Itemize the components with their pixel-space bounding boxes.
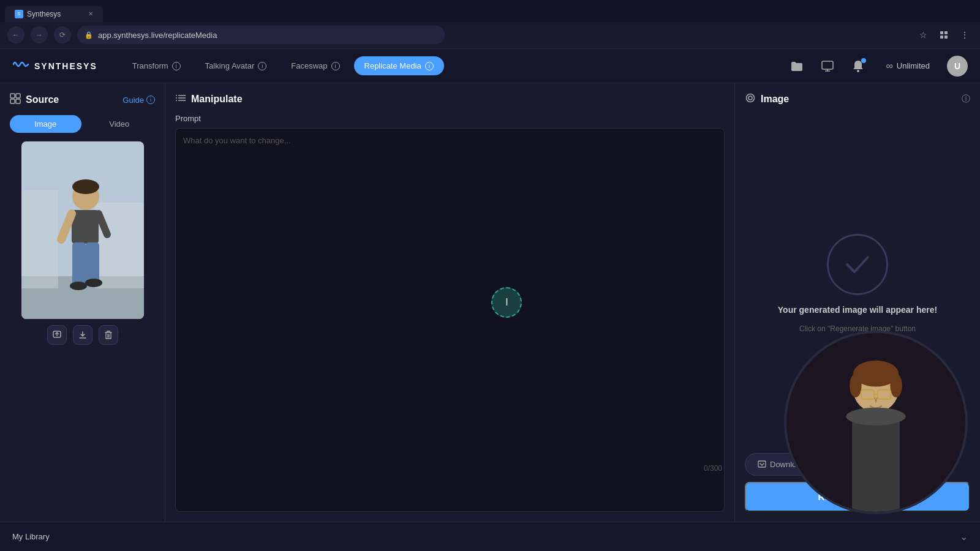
prompt-placeholder: What do you want to change... [183, 136, 291, 145]
source-image-container [10, 141, 155, 512]
svg-rect-8 [10, 94, 15, 98]
svg-point-7 [857, 70, 859, 72]
menu-icon[interactable]: ⋮ [957, 27, 973, 43]
source-panel-title: Source [26, 94, 59, 105]
prompt-label: Prompt [175, 114, 725, 123]
logo-text: SYNTHESYS [34, 61, 97, 71]
bookmark-icon[interactable]: ☆ [915, 27, 931, 43]
image-panel-header: Image ⓘ [745, 93, 970, 105]
tab-talking-avatar[interactable]: Talking Avatar i [195, 56, 277, 75]
tab-close-button[interactable]: ✕ [88, 10, 93, 17]
unlimited-icon: ∞ [886, 61, 892, 72]
svg-point-24 [85, 279, 102, 287]
transform-info-icon: i [172, 62, 181, 70]
app-header: SYNTHESYS Transform i Talking Avatar i F… [0, 49, 980, 83]
notification-badge [861, 58, 866, 63]
browser-chrome: S Synthesys ✕ ← → ⟳ 🔒 app.synthesys.live… [0, 0, 980, 49]
forward-button[interactable]: → [31, 26, 48, 43]
svg-rect-45 [852, 412, 900, 512]
guide-info-icon: i [146, 96, 155, 104]
source-tab-image[interactable]: Image [10, 115, 81, 133]
faceswap-info-icon: i [331, 62, 340, 70]
svg-rect-1 [944, 31, 948, 34]
svg-point-17 [72, 179, 99, 194]
source-type-tabs: Image Video [10, 115, 155, 133]
svg-rect-22 [86, 242, 99, 282]
back-button[interactable]: ← [7, 26, 24, 43]
unlimited-button[interactable]: ∞ Unlimited [878, 57, 937, 75]
guide-label: Guide [123, 96, 144, 105]
source-image [21, 141, 144, 319]
svg-rect-4 [822, 61, 833, 69]
guide-button[interactable]: Guide i [123, 96, 155, 105]
source-panel-header: Source Guide i [10, 93, 155, 107]
talking-avatar-info-icon: i [258, 62, 266, 70]
svg-rect-0 [940, 31, 943, 34]
source-panel: Source Guide i Image Video [0, 83, 165, 522]
checkmark-circle [827, 234, 888, 295]
svg-rect-21 [72, 242, 86, 285]
delete-button[interactable] [99, 325, 118, 345]
address-bar[interactable]: 🔒 app.synthesys.live/replicateMedia [77, 26, 445, 44]
upload-button[interactable] [47, 325, 67, 345]
svg-point-34 [748, 96, 752, 100]
active-browser-tab[interactable]: S Synthesys ✕ [5, 6, 103, 22]
tab-transform[interactable]: Transform i [122, 56, 191, 75]
user-avatar[interactable]: U [947, 56, 968, 77]
tab-favicon: S [15, 10, 23, 18]
manipulate-title: Manipulate [191, 94, 243, 105]
notification-icon-button[interactable] [848, 56, 869, 77]
my-library-label: My Library [12, 532, 50, 541]
unlimited-label: Unlimited [897, 61, 930, 70]
svg-rect-9 [16, 94, 20, 98]
tab-faceswap[interactable]: Faceswap i [281, 56, 350, 75]
image-panel-title: Image [761, 94, 789, 105]
placeholder-title: Your generated image will appear here! [778, 305, 937, 315]
manipulate-panel: Manipulate Prompt What do you want to ch… [165, 83, 735, 522]
svg-point-41 [890, 373, 902, 397]
tab-replicate-media[interactable]: Replicate Media i [354, 56, 444, 75]
folder-icon-button[interactable] [786, 56, 807, 77]
monitor-icon-button[interactable] [817, 56, 838, 77]
logo-icon [12, 57, 29, 75]
svg-rect-11 [16, 99, 20, 103]
svg-rect-3 [944, 36, 948, 39]
source-tab-video[interactable]: Video [84, 115, 156, 133]
webcam-feed [786, 333, 965, 512]
header-right: ∞ Unlimited U [786, 56, 968, 77]
prompt-counter: 0/300 [704, 464, 722, 473]
nav-tabs: Transform i Talking Avatar i Faceswap i … [122, 56, 444, 75]
source-panel-icon [10, 93, 21, 107]
lock-icon: 🔒 [85, 31, 93, 39]
image-controls [47, 325, 118, 345]
webcam-overlay [784, 331, 968, 514]
prompt-textarea[interactable]: What do you want to change... [175, 128, 725, 512]
image-panel-icon [745, 93, 756, 105]
download-source-button[interactable] [73, 325, 92, 345]
svg-rect-2 [940, 36, 943, 39]
replicate-media-info-icon: i [425, 62, 434, 70]
svg-rect-14 [21, 190, 58, 288]
library-toggle-button[interactable]: ⌄ [960, 531, 968, 542]
svg-rect-36 [758, 461, 766, 467]
svg-point-23 [70, 282, 87, 290]
manipulate-header: Manipulate [175, 93, 725, 105]
tab-label: Synthesys [27, 10, 61, 18]
bottom-bar: My Library ⌄ [0, 522, 980, 551]
browser-tab-strip: S Synthesys ✕ [0, 0, 980, 22]
svg-point-40 [850, 373, 861, 397]
url-text: app.synthesys.live/replicateMedia [98, 31, 217, 40]
svg-point-46 [846, 408, 905, 425]
toolbar-right: ☆ ⋮ [915, 27, 973, 43]
svg-rect-10 [10, 99, 15, 103]
svg-point-35 [747, 94, 755, 102]
extensions-icon[interactable] [936, 27, 952, 43]
browser-toolbar: ← → ⟳ 🔒 app.synthesys.live/replicateMedi… [0, 22, 980, 48]
image-panel-info-icon[interactable]: ⓘ [962, 94, 970, 105]
reload-button[interactable]: ⟳ [54, 26, 71, 43]
manipulate-icon [175, 93, 186, 105]
logo: SYNTHESYS [12, 57, 97, 75]
